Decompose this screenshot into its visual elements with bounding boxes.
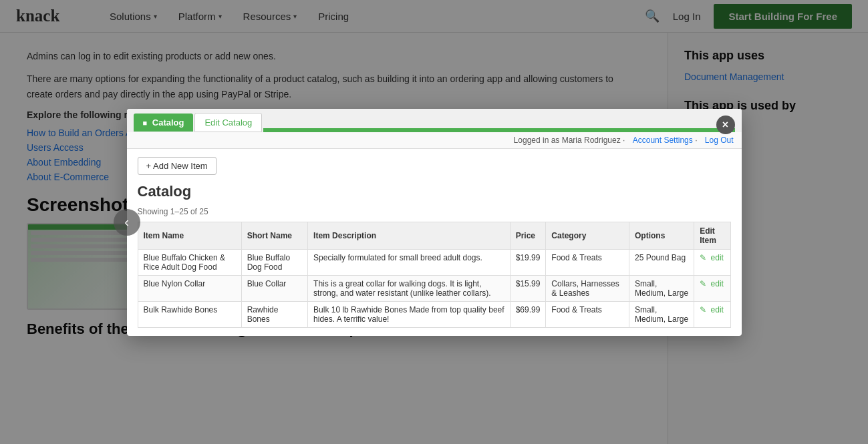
cell-edit[interactable]: ✎ edit [694, 249, 730, 275]
cell-price: $15.99 [510, 275, 546, 301]
col-options: Options [629, 222, 694, 249]
cell-edit[interactable]: ✎ edit [694, 301, 730, 327]
account-settings-link[interactable]: Account Settings [633, 136, 693, 145]
col-edit-item: Edit Item [694, 222, 730, 249]
cell-category: Collars, Harnesses & Leashes [546, 275, 629, 301]
catalog-table: Item Name Short Name Item Description Pr… [138, 222, 731, 328]
tab-edit-catalog[interactable]: Edit Catalog [194, 113, 262, 132]
col-short-name: Short Name [241, 222, 307, 249]
tab-catalog[interactable]: ■ Catalog [134, 114, 194, 132]
table-header: Item Name Short Name Item Description Pr… [138, 222, 730, 249]
modal-overlay[interactable]: ‹ × ■ Catalog Edit Catalog Logged in as … [0, 0, 868, 444]
table-body: Blue Buffalo Chicken & Rice Adult Dog Fo… [138, 249, 730, 327]
cell-description: Specially formulated for small breed adu… [308, 249, 511, 275]
modal: × ■ Catalog Edit Catalog Logged in as Ma… [127, 109, 742, 336]
edit-icon: ✎ [700, 305, 706, 314]
showing-text: Showing 1–25 of 25 [138, 207, 731, 216]
table-header-row: Item Name Short Name Item Description Pr… [138, 222, 730, 249]
modal-wrapper: ‹ × ■ Catalog Edit Catalog Logged in as … [127, 109, 742, 336]
cell-description: Bulk 10 lb Rawhide Bones Made from top q… [308, 301, 511, 327]
cell-options: Small, Medium, Large [629, 275, 694, 301]
tab-bar-green [263, 128, 734, 132]
prev-arrow[interactable]: ‹ [114, 209, 140, 236]
modal-tabs: ■ Catalog Edit Catalog [127, 109, 742, 132]
cell-item-name: Blue Buffalo Chicken & Rice Adult Dog Fo… [138, 249, 241, 275]
col-description: Item Description [308, 222, 511, 249]
cell-item-name: Bulk Rawhide Bones [138, 301, 241, 327]
modal-topbar: Logged in as Maria Rodriguez · Account S… [127, 132, 742, 149]
cell-options: 25 Pound Bag [629, 249, 694, 275]
col-item-name: Item Name [138, 222, 241, 249]
edit-link[interactable]: edit [711, 253, 724, 262]
table-row: Blue Nylon Collar Blue Collar This is a … [138, 275, 730, 301]
table-row: Bulk Rawhide Bones Rawhide Bones Bulk 10… [138, 301, 730, 327]
edit-icon: ✎ [700, 253, 706, 262]
edit-link[interactable]: edit [711, 279, 724, 288]
modal-body: + Add New Item Catalog Showing 1–25 of 2… [127, 149, 742, 336]
catalog-title: Catalog [138, 183, 731, 200]
cell-description: This is a great collar for walking dogs.… [308, 275, 511, 301]
col-category: Category [546, 222, 629, 249]
table-row: Blue Buffalo Chicken & Rice Adult Dog Fo… [138, 249, 730, 275]
cell-short-name: Blue Buffalo Dog Food [241, 249, 307, 275]
cell-price: $69.99 [510, 301, 546, 327]
close-button[interactable]: × [716, 116, 735, 134]
log-out-link[interactable]: Log Out [705, 136, 734, 145]
cell-options: Small, Medium, Large [629, 301, 694, 327]
edit-link[interactable]: edit [711, 305, 724, 314]
cell-item-name: Blue Nylon Collar [138, 275, 241, 301]
cell-short-name: Blue Collar [241, 275, 307, 301]
edit-icon: ✎ [700, 279, 706, 288]
cell-short-name: Rawhide Bones [241, 301, 307, 327]
cell-price: $19.99 [510, 249, 546, 275]
add-new-item-button[interactable]: + Add New Item [138, 157, 216, 175]
col-price: Price [510, 222, 546, 249]
cell-category: Food & Treats [546, 301, 629, 327]
cell-category: Food & Treats [546, 249, 629, 275]
cell-edit[interactable]: ✎ edit [694, 275, 730, 301]
